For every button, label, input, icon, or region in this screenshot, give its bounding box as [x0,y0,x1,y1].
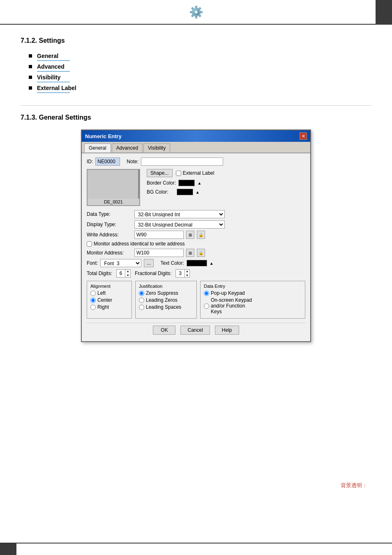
dialog-buttons: OK Cancel Help [87,323,305,337]
total-digits-spinner[interactable]: 6 ▲ ▼ [116,269,131,278]
note-label: Note: [127,159,138,164]
monitor-address-input[interactable] [134,249,184,257]
data-type-row: Data Type: 32-Bit Unsigned Int [87,210,305,218]
chinese-annotation: 背景透明： [341,482,367,489]
id-input[interactable] [95,157,120,166]
data-entry-group-title: Data Entry [204,284,302,289]
list-item-visibility: Visibility [29,74,371,82]
fractional-digits-label: Fractional Digits: [135,271,171,276]
alignment-right-radio[interactable] [90,305,96,310]
data-entry-popup-row: Pop-up Keypad [204,290,302,296]
bullet-icon [29,86,32,90]
display-type-row: Display Type: 32-Bit Unsigned Decimal [87,220,305,229]
data-type-select[interactable]: 32-Bit Unsigned Int [134,210,225,218]
fractional-digits-down[interactable]: ▼ [185,273,190,278]
shape-button[interactable]: Shape... [147,169,173,177]
tab-general[interactable]: General [84,143,111,153]
list-item-general: General [29,53,371,61]
list-item-advanced: Advanced [29,63,371,72]
list-item-label: General [37,53,70,59]
external-label-checkbox[interactable] [176,171,181,176]
alignment-left-radio[interactable] [90,291,96,296]
list-item-external-label: External Label [29,85,371,93]
monitor-checkbox-label: Monitor address identical to write addre… [94,241,184,247]
bottom-groups: Alignment Left Center Right [87,281,305,319]
justification-leading-zeros-radio[interactable] [139,298,144,303]
total-digits-down[interactable]: ▼ [125,273,130,278]
justification-leading-spaces-radio[interactable] [139,305,144,310]
alignment-left-row: Left [90,290,128,296]
monitor-address-label: Monitor Address: [87,250,132,256]
bg-color-swatch[interactable] [177,189,193,195]
bg-color-label: BG Color: [147,189,168,195]
write-address-grid-icon[interactable]: ⊞ [186,231,194,239]
write-address-label: Write Address: [87,232,132,238]
preview-inner [88,170,139,199]
justification-zero-suppress-label: Zero Suppress [146,290,178,296]
tab-advanced[interactable]: Advanced [112,143,143,153]
alignment-group: Alignment Left Center Right [87,281,132,319]
bg-color-arrow[interactable]: ▲ [196,190,200,194]
write-address-lock-icon[interactable]: 🔒 [197,231,205,239]
section-divider [21,105,371,106]
alignment-center-radio[interactable] [90,298,96,303]
cancel-button[interactable]: Cancel [180,326,210,335]
justification-zero-suppress-row: Zero Suppress [139,290,193,296]
justification-leading-zeros-label: Leading Zeros [146,297,178,303]
bullet-icon [29,54,32,58]
note-input[interactable] [141,157,223,166]
settings-list: General Advanced Visibility [29,53,371,93]
fractional-digits-spinner[interactable]: 3 ▲ ▼ [175,269,190,278]
text-color-swatch[interactable] [187,260,207,266]
font-select[interactable]: Font_3 [100,259,141,267]
justification-group-title: Justification [139,284,193,289]
section-713-title: 7.1.3. General Settings [21,114,371,121]
top-bar: ⚙️ [0,0,392,25]
list-item-label: Advanced [37,63,70,70]
border-color-arrow[interactable]: ▲ [197,181,201,185]
dialog-title-bar: Numeric Entry ✕ [82,130,310,142]
font-browse-button[interactable]: ... [144,259,154,267]
bullet-icon [29,65,32,68]
alignment-group-title: Alignment [90,284,128,289]
border-color-swatch[interactable] [178,180,195,186]
text-color-label: Text Color: [160,260,184,266]
fractional-digits-value: 3 [176,270,184,277]
data-entry-popup-label: Pop-up Keypad [211,290,245,296]
help-button[interactable]: Help [215,326,239,335]
justification-leading-zeros-row: Leading Zeros [139,297,193,303]
dialog-body: ID: Note: DE_0021 Shape... [82,153,310,341]
dialog-close-button[interactable]: ✕ [300,132,307,140]
data-entry-onscreen-label: On-screen Keypadand/or FunctionKeys [211,297,252,314]
monitor-address-grid-icon[interactable]: ⊞ [186,249,194,257]
font-row: Font: Font_3 ... Text Color: ▲ [87,259,305,267]
underline [37,71,70,72]
data-entry-onscreen-radio[interactable] [204,303,209,309]
justification-zero-suppress-radio[interactable] [139,291,144,296]
data-entry-popup-radio[interactable] [204,291,209,296]
text-color-arrow[interactable]: ▲ [210,261,214,266]
top-bar-right-block [376,0,392,25]
monitor-checkbox[interactable] [87,241,92,247]
border-color-label: Border Color: [147,180,176,186]
write-address-input[interactable] [134,231,184,239]
fractional-digits-up[interactable]: ▲ [185,269,190,273]
section-713: 7.1.3. General Settings Numeric Entry ✕ … [21,114,371,342]
data-entry-onscreen-row: On-screen Keypadand/or FunctionKeys [204,297,302,314]
ok-button[interactable]: OK [153,326,175,335]
display-type-select[interactable]: 32-Bit Unsigned Decimal [134,220,225,229]
tab-visibility[interactable]: Visibility [143,143,170,153]
monitor-checkbox-row: Monitor address identical to write addre… [87,241,305,247]
bottom-bar [0,543,392,555]
id-note-row: ID: Note: [87,157,305,166]
preview-box: DE_0021 [87,169,140,206]
main-content: 7.1.2. Settings General Advanced Vi [0,25,392,363]
monitor-address-lock-icon[interactable]: 🔒 [197,249,205,257]
list-item-label: Visibility [37,74,70,81]
shape-row: Shape... External Label [147,169,214,177]
toolbar-icon: ⚙️ [189,5,203,19]
dialog-title: Numeric Entry [85,133,122,139]
external-label-checkbox-row: External Label [176,170,214,176]
data-entry-group: Data Entry Pop-up Keypad On-screen Keypa… [200,281,305,319]
total-digits-up[interactable]: ▲ [125,269,130,273]
